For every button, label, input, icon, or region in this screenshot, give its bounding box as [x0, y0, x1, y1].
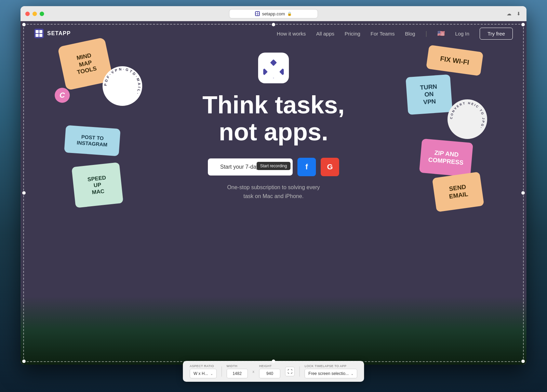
- lock-timelapse-label: LOCK TIMELAPSE TO APP: [305, 364, 347, 368]
- width-input[interactable]: [230, 371, 244, 376]
- lock-timelapse-value: Free screen selectio...: [308, 371, 349, 376]
- website-content: SETAPP How it works All apps Pricing For…: [21, 21, 526, 365]
- width-group: WIDTH: [227, 364, 248, 378]
- cloud-icon[interactable]: ☁: [506, 11, 512, 17]
- lock-dimensions-icon: ⛶: [288, 369, 292, 374]
- height-label: HEIGHT: [259, 364, 272, 368]
- svg-rect-4: [270, 59, 277, 66]
- facebook-icon: f: [305, 163, 308, 171]
- nav-how-it-works[interactable]: How it works: [277, 31, 306, 37]
- height-input[interactable]: [263, 371, 277, 376]
- mac-window: setapp.com 🔒 ☁ ⬇ SE: [21, 6, 526, 365]
- nav-blog[interactable]: Blog: [405, 31, 415, 37]
- aspect-ratio-label: ASPECT RATIO: [190, 364, 214, 368]
- width-label: WIDTH: [227, 364, 238, 368]
- setapp-app-icon: [258, 53, 289, 83]
- bottom-toolbar: ASPECT RATIO W x H... ⌄ WIDTH x HEIGHT ⛶…: [183, 361, 364, 382]
- nav-all-apps[interactable]: All apps: [316, 31, 334, 37]
- toolbar-separator-1: [222, 366, 222, 377]
- logo-text: SETAPP: [47, 30, 71, 37]
- nav-separator: |: [425, 30, 427, 37]
- width-control[interactable]: [227, 369, 248, 378]
- aspect-ratio-chevron: ⌄: [210, 372, 213, 376]
- logo[interactable]: SETAPP: [34, 29, 71, 38]
- svg-rect-5: [279, 68, 284, 75]
- hero-title: Think tasks, not apps.: [202, 92, 345, 145]
- aspect-ratio-group: ASPECT RATIO W x H... ⌄: [190, 364, 217, 378]
- nav-login[interactable]: Log In: [455, 31, 469, 37]
- background-landscape: [21, 296, 526, 365]
- nav-for-teams[interactable]: For Teams: [371, 31, 395, 37]
- nav-flag-icon[interactable]: 🇺🇸: [437, 30, 445, 37]
- lock-dimensions-button[interactable]: ⛶: [285, 367, 295, 376]
- svg-rect-7: [270, 78, 277, 78]
- lock-timelapse-group: LOCK TIMELAPSE TO APP Free screen select…: [305, 364, 357, 378]
- minimize-button[interactable]: [32, 12, 37, 16]
- facebook-signin-button[interactable]: f: [297, 158, 316, 176]
- lock-icon: 🔒: [287, 12, 292, 16]
- navigation: SETAPP How it works All apps Pricing For…: [21, 21, 526, 46]
- toolbar-separator-2: [299, 366, 300, 377]
- svg-rect-6: [263, 68, 268, 75]
- google-icon: G: [327, 163, 333, 171]
- nav-pricing[interactable]: Pricing: [345, 31, 360, 37]
- close-button[interactable]: [25, 12, 30, 16]
- dimensions-x: x: [253, 369, 255, 374]
- nav-links: How it works All apps Pricing For Teams …: [277, 28, 513, 40]
- height-control[interactable]: [259, 369, 280, 378]
- hero-section: Start recording Think tasks, not apps. S…: [21, 46, 526, 214]
- lock-timelapse-chevron: ⌄: [351, 372, 353, 376]
- aspect-ratio-value: W x H...: [194, 371, 208, 376]
- aspect-ratio-control[interactable]: W x H... ⌄: [190, 369, 217, 378]
- logo-icon: [34, 29, 44, 38]
- nav-try-free-button[interactable]: Try free: [480, 28, 513, 40]
- google-signin-button[interactable]: G: [321, 158, 339, 176]
- title-bar-right: ☁ ⬇: [506, 11, 522, 17]
- lock-timelapse-control[interactable]: Free screen selectio... ⌄: [305, 369, 357, 378]
- title-bar: setapp.com 🔒 ☁ ⬇: [21, 6, 526, 21]
- maximize-button[interactable]: [40, 12, 44, 16]
- hero-subtitle: One-stop subscription to solving every t…: [227, 183, 320, 200]
- start-recording-tooltip: Start recording: [257, 162, 291, 170]
- height-group: HEIGHT: [259, 364, 280, 378]
- traffic-lights: [25, 12, 44, 16]
- url-bar[interactable]: setapp.com 🔒: [229, 9, 318, 18]
- download-icon[interactable]: ⬇: [516, 11, 522, 17]
- setapp-logo-svg: [263, 58, 284, 78]
- favicon-icon: [255, 11, 260, 16]
- url-text: setapp.com: [262, 11, 285, 16]
